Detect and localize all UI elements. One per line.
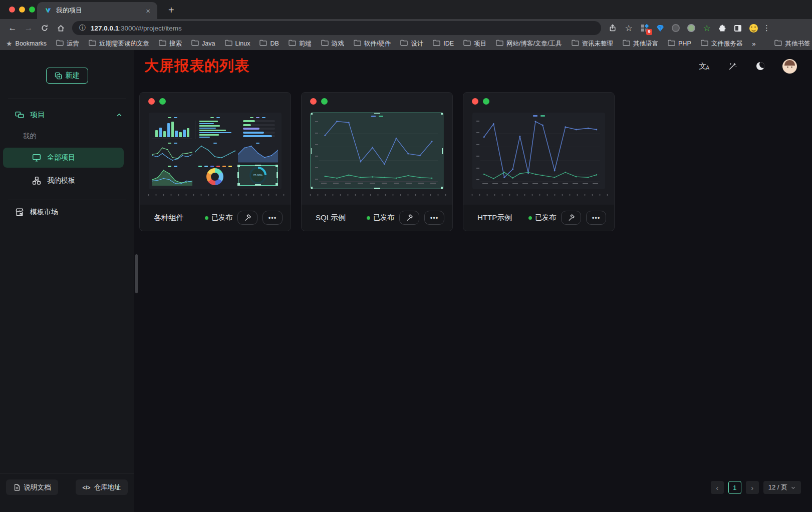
selection-handle[interactable]	[374, 188, 380, 189]
reload-icon[interactable]	[37, 21, 52, 35]
home-icon[interactable]	[53, 21, 68, 35]
bookmark-folder[interactable]: 文件服务器	[701, 40, 743, 48]
bookmark-folder[interactable]: 网站/博客/文章/工具	[496, 40, 562, 48]
address-bar[interactable]: ⓘ 127.0.0.1:3000/#/project/items	[72, 21, 601, 35]
site-info-icon[interactable]: ⓘ	[79, 24, 86, 33]
sidebar-item-my-templates[interactable]: 我的模板	[3, 171, 124, 191]
selection-handle[interactable]	[311, 113, 313, 115]
bookmark-folder[interactable]: 运营	[56, 40, 79, 48]
bookmark-folder[interactable]: 项目	[463, 40, 486, 48]
tab-close-icon[interactable]: ×	[144, 6, 152, 16]
extension-ring-icon[interactable]	[686, 23, 697, 34]
selection-handle[interactable]	[237, 172, 239, 178]
sidebar-section-project[interactable]: 项目	[0, 99, 134, 120]
bookmarks-root[interactable]: ★Bookmarks	[6, 40, 47, 48]
bookmark-folder[interactable]: 设计	[400, 40, 423, 48]
bookmark-folder[interactable]: 近期需要读的文章	[89, 40, 149, 48]
template-blocks-icon	[32, 176, 41, 185]
chevron-up-icon[interactable]	[116, 112, 123, 119]
extension-green-star-icon[interactable]: ☆	[701, 23, 712, 34]
edit-hammer-button[interactable]	[237, 211, 257, 225]
selection-handle[interactable]	[311, 148, 312, 154]
bookmark-folder[interactable]: Linux	[225, 40, 250, 48]
back-icon[interactable]: ←	[5, 21, 20, 35]
more-actions-button[interactable]: •••	[424, 211, 444, 225]
forward-icon[interactable]: →	[21, 21, 36, 35]
bookmark-folder[interactable]: 搜索	[159, 40, 182, 48]
bookmark-folder[interactable]: IDE	[433, 40, 454, 48]
folder-icon	[463, 40, 471, 48]
selection-handle[interactable]	[276, 183, 278, 186]
prev-page-button[interactable]: ‹	[711, 481, 724, 494]
window-zoom-button[interactable]	[29, 7, 35, 13]
browser-tab-active[interactable]: 我的项目 ×	[37, 2, 157, 19]
project-thumbnail[interactable]	[472, 113, 605, 189]
gauge-value: 25.00%	[253, 174, 263, 177]
user-avatar[interactable]	[782, 59, 797, 74]
repo-button[interactable]: </> 仓库地址	[76, 479, 128, 495]
current-page-button[interactable]: 1	[728, 481, 741, 494]
more-actions-button[interactable]: •••	[262, 211, 283, 225]
card-window-dots	[148, 98, 166, 105]
selection-handle[interactable]	[277, 172, 278, 178]
bookmark-folder[interactable]: Java	[191, 40, 215, 48]
folder-icon	[400, 40, 408, 48]
edit-hammer-button[interactable]	[561, 211, 581, 225]
more-actions-button[interactable]: •••	[586, 211, 606, 225]
folder-icon	[191, 40, 199, 48]
extension-gem-icon[interactable]	[655, 23, 666, 34]
selection-handle[interactable]	[441, 113, 443, 115]
scrollbar-thumb[interactable]	[135, 254, 138, 293]
bookmark-folder[interactable]: DB	[259, 40, 279, 48]
window-minimize-button[interactable]	[19, 7, 25, 13]
bookmark-star-icon[interactable]: ☆	[621, 21, 636, 35]
next-page-button[interactable]: ›	[746, 481, 759, 494]
new-project-button[interactable]: 新建	[46, 68, 88, 84]
project-card[interactable]: HTTP示例 已发布 •••	[463, 92, 615, 231]
selection-handle[interactable]	[442, 148, 443, 154]
extension-side-panel-icon[interactable]	[732, 23, 743, 34]
project-name: HTTP示例	[477, 213, 512, 223]
bookmark-folder[interactable]: PHP	[668, 40, 691, 48]
project-card[interactable]: 25.00% 各种组件 已发布 •••	[139, 92, 291, 231]
selection-handle[interactable]	[255, 184, 261, 186]
dotted-divider	[468, 194, 609, 196]
extension-grid-icon[interactable]: 9	[639, 23, 650, 34]
share-icon[interactable]	[605, 21, 620, 35]
bookmark-folder[interactable]: 前端	[289, 40, 312, 48]
other-bookmarks-folder[interactable]: 其他书签	[774, 40, 810, 48]
project-thumbnail[interactable]: 25.00%	[149, 113, 282, 189]
selection-handle[interactable]	[311, 187, 313, 189]
selection-handle[interactable]	[255, 165, 261, 166]
project-thumbnail[interactable]	[311, 113, 443, 189]
card-footer: SQL示例 已发布 •••	[302, 205, 452, 231]
new-tab-button[interactable]: +	[164, 5, 178, 16]
sidebar-item-all-projects[interactable]: 全部项目	[3, 148, 124, 168]
selection-handle[interactable]	[276, 165, 278, 167]
magic-wand-icon[interactable]	[726, 60, 738, 72]
edit-hammer-button[interactable]	[399, 211, 419, 225]
tab-strip: 我的项目 × +	[0, 0, 812, 19]
extension-dark-circle-icon[interactable]	[670, 23, 681, 34]
bookmark-folder[interactable]: 游戏	[321, 40, 344, 48]
browser-menu-icon[interactable]: ⋮	[760, 24, 773, 33]
extension-puzzle-icon[interactable]	[717, 23, 728, 34]
sidebar-item-template-market[interactable]: 模板市场	[0, 202, 134, 222]
window-close-button[interactable]	[9, 7, 15, 13]
selection-handle[interactable]	[237, 165, 240, 167]
selection-handle[interactable]	[441, 187, 443, 189]
bookmark-folder[interactable]: 软件/硬件	[354, 40, 391, 48]
card-window-dots	[310, 98, 328, 105]
extension-emoji-icon[interactable]	[748, 23, 759, 34]
mini-area-chart-blue	[238, 142, 278, 163]
page-size-select[interactable]: 12 / 页	[763, 481, 801, 494]
dark-mode-moon-icon[interactable]	[754, 60, 766, 72]
language-icon[interactable]: 文A	[698, 60, 710, 72]
bookmarks-overflow-icon[interactable]: »	[752, 40, 755, 48]
project-card[interactable]: SQL示例 已发布 •••	[301, 92, 453, 231]
selection-handle[interactable]	[237, 183, 240, 186]
bookmark-folder[interactable]: 资讯未整理	[572, 40, 614, 48]
bookmark-folder[interactable]: 其他语言	[623, 40, 658, 48]
docs-button[interactable]: 说明文档	[6, 479, 58, 495]
selection-handle[interactable]	[374, 113, 380, 114]
